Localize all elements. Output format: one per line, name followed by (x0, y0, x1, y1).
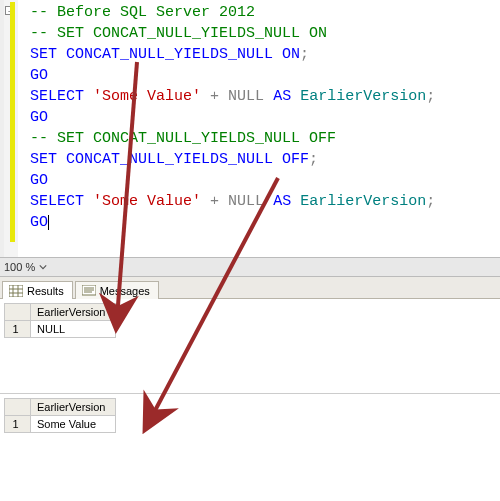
chevron-down-icon[interactable] (39, 263, 47, 271)
code-line[interactable]: SET CONCAT_NULL_YIELDS_NULL OFF; (30, 149, 500, 170)
messages-icon (82, 285, 96, 297)
code-token: ; (426, 88, 435, 105)
svg-rect-0 (9, 285, 23, 297)
code-token: ; (426, 193, 435, 210)
code-line[interactable]: SET CONCAT_NULL_YIELDS_NULL ON; (30, 44, 500, 65)
code-token: 'Some Value' (93, 88, 201, 105)
code-line[interactable]: GO (30, 212, 500, 233)
code-token: NULL (228, 193, 264, 210)
code-line[interactable]: GO (30, 170, 500, 191)
tab-results-label: Results (27, 285, 64, 297)
results-tabstrip: Results Messages (0, 277, 500, 299)
code-line[interactable]: GO (30, 107, 500, 128)
code-token (201, 193, 210, 210)
zoom-bar: 100 % (0, 257, 500, 277)
code-token (264, 88, 273, 105)
column-header[interactable]: EarlierVersion (31, 399, 116, 416)
results-pane-2: EarlierVersion 1 Some Value (0, 394, 500, 433)
code-token: SELECT (30, 88, 84, 105)
code-token (219, 193, 228, 210)
code-token: ON (282, 46, 300, 63)
code-line[interactable]: -- SET CONCAT_NULL_YIELDS_NULL ON (30, 23, 500, 44)
code-token: OFF (282, 151, 309, 168)
code-line[interactable]: -- Before SQL Server 2012 (30, 2, 500, 23)
code-token: 'Some Value' (93, 193, 201, 210)
code-token: GO (30, 172, 48, 189)
pane-divider[interactable] (0, 338, 500, 394)
code-token (84, 193, 93, 210)
code-token: GO (30, 67, 48, 84)
change-indicator (10, 2, 15, 242)
cell-value[interactable]: Some Value (31, 416, 116, 433)
row-header[interactable]: 1 (5, 416, 31, 433)
code-token: GO (30, 214, 48, 231)
tab-messages[interactable]: Messages (75, 281, 159, 299)
grid-corner[interactable] (5, 399, 31, 416)
code-token: + (210, 88, 219, 105)
code-token: EarlierVersion (300, 88, 426, 105)
zoom-value[interactable]: 100 % (4, 261, 35, 273)
code-token (84, 88, 93, 105)
tab-messages-label: Messages (100, 285, 150, 297)
code-token (201, 88, 210, 105)
code-token: ; (300, 46, 309, 63)
cell-value[interactable]: NULL (31, 321, 116, 338)
grid-corner[interactable] (5, 304, 31, 321)
code-line[interactable]: -- SET CONCAT_NULL_YIELDS_NULL OFF (30, 128, 500, 149)
code-token: AS (273, 193, 291, 210)
code-token: -- SET CONCAT_NULL_YIELDS_NULL OFF (30, 130, 336, 147)
code-token: GO (30, 109, 48, 126)
pane-spacer (0, 433, 500, 489)
code-line[interactable]: GO (30, 65, 500, 86)
code-token (291, 193, 300, 210)
code-token: + (210, 193, 219, 210)
code-token: SELECT (30, 193, 84, 210)
grid-icon (9, 285, 23, 297)
column-header[interactable]: EarlierVersion (31, 304, 116, 321)
code-line[interactable]: SELECT 'Some Value' + NULL AS EarlierVer… (30, 86, 500, 107)
code-token (219, 88, 228, 105)
code-token: -- SET CONCAT_NULL_YIELDS_NULL ON (30, 25, 327, 42)
result-grid-2[interactable]: EarlierVersion 1 Some Value (4, 398, 116, 433)
tab-results[interactable]: Results (2, 281, 73, 299)
code-token: SET (30, 46, 57, 63)
code-line[interactable]: SELECT 'Some Value' + NULL AS EarlierVer… (30, 191, 500, 212)
row-header[interactable]: 1 (5, 321, 31, 338)
code-token: EarlierVersion (300, 193, 426, 210)
code-token: CONCAT_NULL_YIELDS_NULL (57, 46, 282, 63)
text-cursor (48, 215, 49, 230)
code-token: ; (309, 151, 318, 168)
code-token: CONCAT_NULL_YIELDS_NULL (57, 151, 282, 168)
result-grid-1[interactable]: EarlierVersion 1 NULL (4, 303, 116, 338)
code-token: SET (30, 151, 57, 168)
code-token: AS (273, 88, 291, 105)
code-token (291, 88, 300, 105)
sql-editor[interactable]: - -- Before SQL Server 2012-- SET CONCAT… (0, 0, 500, 257)
code-token (264, 193, 273, 210)
code-block[interactable]: -- Before SQL Server 2012-- SET CONCAT_N… (4, 2, 500, 233)
code-token: -- Before SQL Server 2012 (30, 4, 255, 21)
code-token: NULL (228, 88, 264, 105)
results-pane-1: EarlierVersion 1 NULL (0, 299, 500, 338)
